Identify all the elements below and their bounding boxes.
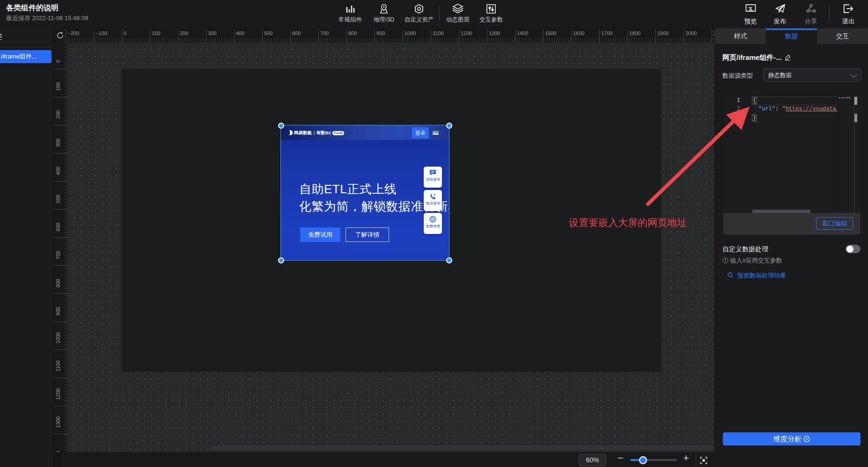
svg-text:免: 免 <box>432 218 434 221</box>
